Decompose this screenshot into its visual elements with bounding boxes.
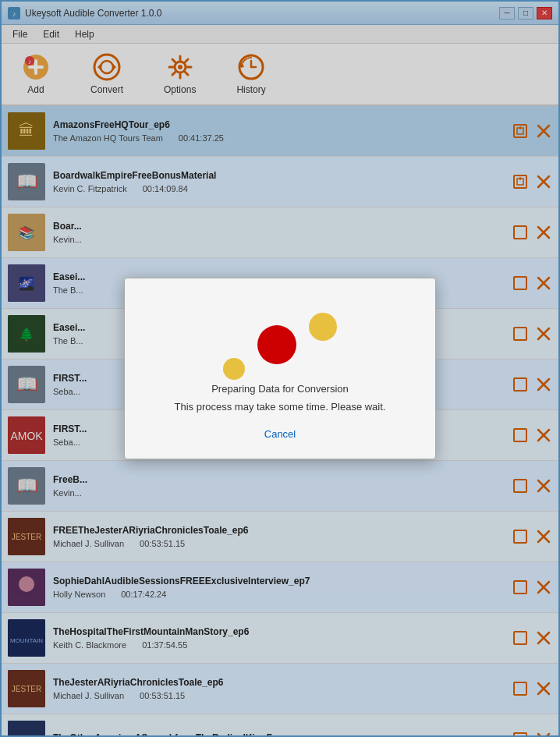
overlay: Preparing Data for Conversion This proce… [0,0,560,737]
dot-1 [223,358,245,380]
dialog-cancel-area: Cancel [140,428,420,440]
dialog-line1: Preparing Data for Conversion [140,380,420,398]
dot-red [257,325,296,364]
dialog-message: Preparing Data for Conversion This proce… [140,380,420,416]
dot-2 [309,313,337,341]
cancel-button[interactable]: Cancel [264,428,296,440]
conversion-dialog: Preparing Data for Conversion This proce… [124,278,436,460]
dialog-line2: This process may take some time. Please … [140,398,420,416]
animation-area [140,302,420,364]
